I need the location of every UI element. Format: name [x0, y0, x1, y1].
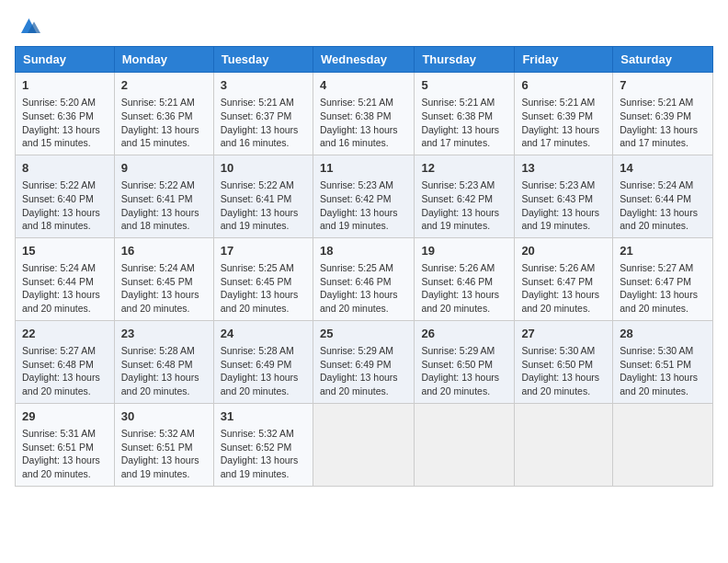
daylight-info: Daylight: 13 hours and 17 minutes. — [421, 123, 507, 150]
sunset-info: Sunset: 6:36 PM — [121, 109, 207, 123]
calendar-cell: 17Sunrise: 5:25 AMSunset: 6:45 PMDayligh… — [213, 237, 313, 320]
calendar-cell: 7Sunrise: 5:21 AMSunset: 6:39 PMDaylight… — [613, 73, 713, 155]
day-number: 14 — [620, 160, 706, 177]
sunrise-info: Sunrise: 5:23 AM — [521, 178, 606, 192]
calendar-cell: 24Sunrise: 5:28 AMSunset: 6:49 PMDayligh… — [213, 320, 313, 403]
sunset-info: Sunset: 6:38 PM — [320, 109, 407, 123]
sunrise-info: Sunrise: 5:21 AM — [421, 96, 507, 109]
sunrise-info: Sunrise: 5:24 AM — [620, 178, 706, 192]
sunrise-info: Sunrise: 5:21 AM — [521, 96, 606, 109]
daylight-info: Daylight: 13 hours and 18 minutes. — [22, 206, 108, 233]
sunset-info: Sunset: 6:36 PM — [22, 109, 108, 123]
sunrise-info: Sunrise: 5:20 AM — [22, 96, 108, 109]
sunrise-info: Sunrise: 5:32 AM — [221, 427, 306, 441]
calendar-cell: 5Sunrise: 5:21 AMSunset: 6:38 PMDaylight… — [415, 73, 515, 155]
sunset-info: Sunset: 6:48 PM — [121, 358, 207, 372]
sunrise-info: Sunrise: 5:26 AM — [421, 261, 507, 275]
day-number: 23 — [121, 326, 207, 342]
calendar-cell: 8Sunrise: 5:22 AMSunset: 6:40 PMDaylight… — [16, 155, 115, 237]
col-header-wednesday: Wednesday — [313, 47, 414, 73]
sunset-info: Sunset: 6:48 PM — [22, 358, 108, 372]
calendar-cell: 23Sunrise: 5:28 AMSunset: 6:48 PMDayligh… — [114, 320, 213, 403]
calendar-cell: 31Sunrise: 5:32 AMSunset: 6:52 PMDayligh… — [213, 403, 313, 486]
sunrise-info: Sunrise: 5:23 AM — [320, 178, 407, 192]
calendar-cell: 12Sunrise: 5:23 AMSunset: 6:42 PMDayligh… — [415, 155, 515, 237]
sunset-info: Sunset: 6:51 PM — [620, 358, 706, 372]
calendar-week-row: 22Sunrise: 5:27 AMSunset: 6:48 PMDayligh… — [16, 320, 713, 403]
daylight-info: Daylight: 13 hours and 20 minutes. — [221, 288, 306, 315]
sunrise-info: Sunrise: 5:30 AM — [521, 344, 606, 358]
day-number: 25 — [320, 326, 407, 342]
calendar-week-row: 1Sunrise: 5:20 AMSunset: 6:36 PMDaylight… — [16, 73, 713, 155]
daylight-info: Daylight: 13 hours and 19 minutes. — [221, 206, 306, 233]
page-header — [15, 15, 713, 35]
sunset-info: Sunset: 6:46 PM — [320, 275, 407, 289]
sunrise-info: Sunrise: 5:24 AM — [121, 261, 207, 275]
calendar-table: SundayMondayTuesdayWednesdayThursdayFrid… — [15, 46, 713, 487]
sunrise-info: Sunrise: 5:31 AM — [22, 427, 108, 441]
sunset-info: Sunset: 6:41 PM — [221, 192, 306, 206]
calendar-week-row: 15Sunrise: 5:24 AMSunset: 6:44 PMDayligh… — [16, 237, 713, 320]
sunrise-info: Sunrise: 5:25 AM — [320, 261, 407, 275]
sunrise-info: Sunrise: 5:21 AM — [320, 96, 407, 109]
sunrise-info: Sunrise: 5:21 AM — [620, 96, 706, 109]
sunset-info: Sunset: 6:50 PM — [521, 358, 606, 372]
day-number: 15 — [22, 243, 108, 259]
daylight-info: Daylight: 13 hours and 20 minutes. — [320, 288, 407, 315]
daylight-info: Daylight: 13 hours and 19 minutes. — [221, 454, 306, 480]
sunrise-info: Sunrise: 5:22 AM — [221, 178, 306, 192]
day-number: 6 — [521, 77, 606, 94]
calendar-cell: 20Sunrise: 5:26 AMSunset: 6:47 PMDayligh… — [515, 237, 613, 320]
daylight-info: Daylight: 13 hours and 16 minutes. — [320, 123, 407, 150]
daylight-info: Daylight: 13 hours and 20 minutes. — [521, 288, 606, 315]
daylight-info: Daylight: 13 hours and 17 minutes. — [620, 123, 706, 150]
calendar-cell — [515, 403, 613, 486]
calendar-cell: 13Sunrise: 5:23 AMSunset: 6:43 PMDayligh… — [515, 155, 613, 237]
day-number: 30 — [121, 408, 207, 425]
col-header-sunday: Sunday — [16, 47, 115, 73]
logo — [15, 15, 44, 35]
sunset-info: Sunset: 6:52 PM — [221, 441, 306, 454]
day-number: 31 — [221, 408, 306, 425]
day-number: 1 — [22, 77, 108, 94]
day-number: 16 — [121, 243, 207, 259]
calendar-cell: 6Sunrise: 5:21 AMSunset: 6:39 PMDaylight… — [515, 73, 613, 155]
day-number: 27 — [521, 326, 606, 342]
calendar-cell — [313, 403, 414, 486]
sunrise-info: Sunrise: 5:24 AM — [22, 261, 108, 275]
sunset-info: Sunset: 6:39 PM — [521, 109, 606, 123]
sunset-info: Sunset: 6:41 PM — [121, 192, 207, 206]
day-number: 28 — [620, 326, 706, 342]
calendar-cell: 14Sunrise: 5:24 AMSunset: 6:44 PMDayligh… — [613, 155, 713, 237]
daylight-info: Daylight: 13 hours and 20 minutes. — [121, 288, 207, 315]
calendar-cell: 3Sunrise: 5:21 AMSunset: 6:37 PMDaylight… — [213, 73, 313, 155]
daylight-info: Daylight: 13 hours and 17 minutes. — [521, 123, 606, 150]
sunrise-info: Sunrise: 5:25 AM — [221, 261, 306, 275]
calendar-cell: 2Sunrise: 5:21 AMSunset: 6:36 PMDaylight… — [114, 73, 213, 155]
sunset-info: Sunset: 6:42 PM — [320, 192, 407, 206]
day-number: 2 — [121, 77, 207, 94]
col-header-saturday: Saturday — [613, 47, 713, 73]
sunset-info: Sunset: 6:47 PM — [521, 275, 606, 289]
day-number: 10 — [221, 160, 306, 177]
daylight-info: Daylight: 13 hours and 20 minutes. — [620, 371, 706, 397]
daylight-info: Daylight: 13 hours and 20 minutes. — [521, 371, 606, 397]
calendar-cell: 10Sunrise: 5:22 AMSunset: 6:41 PMDayligh… — [213, 155, 313, 237]
daylight-info: Daylight: 13 hours and 20 minutes. — [620, 288, 706, 315]
calendar-cell: 27Sunrise: 5:30 AMSunset: 6:50 PMDayligh… — [515, 320, 613, 403]
daylight-info: Daylight: 13 hours and 16 minutes. — [221, 123, 306, 150]
calendar-cell: 26Sunrise: 5:29 AMSunset: 6:50 PMDayligh… — [415, 320, 515, 403]
sunrise-info: Sunrise: 5:21 AM — [221, 96, 306, 109]
daylight-info: Daylight: 13 hours and 20 minutes. — [421, 371, 507, 397]
day-number: 5 — [421, 77, 507, 94]
sunrise-info: Sunrise: 5:21 AM — [121, 96, 207, 109]
calendar-cell — [415, 403, 515, 486]
calendar-cell: 9Sunrise: 5:22 AMSunset: 6:41 PMDaylight… — [114, 155, 213, 237]
calendar-cell: 4Sunrise: 5:21 AMSunset: 6:38 PMDaylight… — [313, 73, 414, 155]
sunrise-info: Sunrise: 5:32 AM — [121, 427, 207, 441]
sunset-info: Sunset: 6:42 PM — [421, 192, 507, 206]
day-number: 11 — [320, 160, 407, 177]
daylight-info: Daylight: 13 hours and 15 minutes. — [121, 123, 207, 150]
calendar-header-row: SundayMondayTuesdayWednesdayThursdayFrid… — [16, 47, 713, 73]
sunset-info: Sunset: 6:44 PM — [620, 192, 706, 206]
